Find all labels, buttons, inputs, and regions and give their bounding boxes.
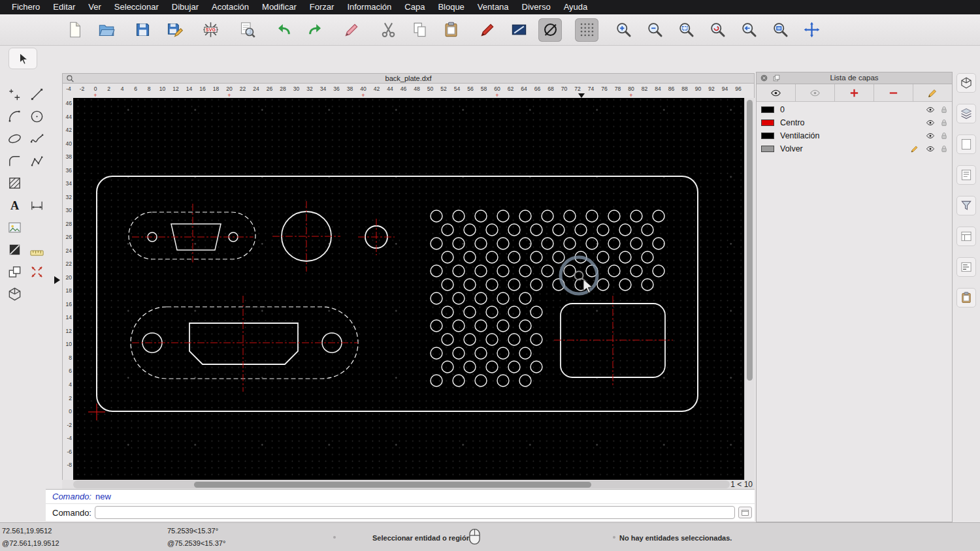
dock-filter-button[interactable] bbox=[956, 196, 976, 215]
dock-layers-button[interactable] bbox=[956, 104, 976, 123]
block-tool-button[interactable] bbox=[4, 262, 25, 281]
isometric-tool-button[interactable] bbox=[4, 285, 25, 303]
layer-row-centro[interactable]: Centro bbox=[757, 116, 952, 129]
vertical-scrollbar[interactable] bbox=[744, 98, 755, 480]
line-tool-button[interactable] bbox=[26, 85, 47, 103]
command-options-button[interactable] bbox=[738, 507, 752, 518]
vertical-scrollbar-thumb[interactable] bbox=[747, 100, 753, 381]
menu-capa[interactable]: Capa bbox=[398, 0, 431, 14]
menu-acotacion[interactable]: Acotación bbox=[205, 0, 255, 14]
menu-dibujar[interactable]: Dibujar bbox=[165, 0, 205, 14]
layer-lock-icon[interactable] bbox=[939, 118, 949, 127]
dock-command-button[interactable] bbox=[956, 257, 976, 277]
export-svg-button[interactable]: SVG bbox=[199, 18, 222, 42]
menu-informacion[interactable]: Información bbox=[340, 0, 398, 14]
ellipse-tool-button[interactable] bbox=[538, 18, 562, 42]
dock-table-button[interactable] bbox=[956, 227, 976, 246]
zoom-in-button[interactable] bbox=[612, 18, 635, 42]
ruler-grid-mark: + bbox=[361, 93, 365, 98]
h-ruler-label: 80 bbox=[628, 86, 634, 92]
command-input[interactable] bbox=[95, 506, 735, 519]
attributes-button[interactable] bbox=[476, 18, 499, 42]
horizontal-scrollbar[interactable] bbox=[73, 480, 730, 488]
measure-tool-button[interactable] bbox=[26, 240, 47, 259]
h-ruler-label: 22 bbox=[240, 86, 246, 92]
hide-all-layers-button[interactable] bbox=[796, 84, 835, 102]
line-attributes-button[interactable] bbox=[507, 18, 531, 42]
image-tool-button[interactable] bbox=[4, 218, 25, 236]
layer-lock-icon[interactable] bbox=[939, 131, 949, 140]
new-button[interactable] bbox=[63, 18, 86, 42]
point-tool-button[interactable] bbox=[4, 85, 25, 103]
fillet-tool-button[interactable] bbox=[4, 151, 25, 170]
hatch-tool-button[interactable] bbox=[4, 174, 25, 192]
layer-visibility-icon[interactable] bbox=[926, 118, 935, 127]
menu-forzar[interactable]: Forzar bbox=[303, 0, 341, 14]
edit-layer-button[interactable] bbox=[913, 84, 952, 102]
layer-row-ventilacion[interactable]: Ventilación bbox=[757, 129, 952, 142]
h-ruler-label: 76 bbox=[601, 86, 607, 92]
layer-visibility-icon[interactable] bbox=[926, 105, 935, 114]
menu-ventana[interactable]: Ventana bbox=[471, 0, 515, 14]
remove-layer-button[interactable] bbox=[874, 84, 913, 102]
zoom-redraw-button[interactable] bbox=[706, 18, 729, 42]
zoom-pan-button[interactable] bbox=[800, 18, 823, 42]
zoom-window-button[interactable] bbox=[768, 18, 792, 42]
layer-visibility-icon[interactable] bbox=[926, 144, 935, 153]
menu-seleccionar[interactable]: Seleccionar bbox=[108, 0, 165, 14]
redo-button[interactable] bbox=[303, 18, 327, 42]
menu-bloque[interactable]: Bloque bbox=[431, 0, 470, 14]
layer-visibility-icon[interactable] bbox=[926, 131, 935, 140]
polyline-tool-button[interactable] bbox=[26, 151, 47, 170]
text-tool-button[interactable]: A bbox=[4, 196, 25, 214]
zoom-auto-button[interactable] bbox=[674, 18, 698, 42]
zoomout-icon bbox=[646, 21, 664, 39]
add-layer-button[interactable] bbox=[835, 84, 874, 102]
measure-icon bbox=[29, 242, 44, 257]
undo-button[interactable] bbox=[272, 18, 295, 42]
horizontal-scrollbar-thumb[interactable] bbox=[194, 482, 591, 488]
show-all-layers-button[interactable] bbox=[757, 84, 796, 102]
menu-ayuda[interactable]: Ayuda bbox=[557, 0, 595, 14]
dock-clipboard-button[interactable] bbox=[956, 288, 976, 307]
drawing-canvas[interactable] bbox=[73, 98, 744, 480]
menu-diverso[interactable]: Diverso bbox=[515, 0, 557, 14]
blankpage-icon bbox=[960, 138, 973, 151]
zoom-previous-button[interactable] bbox=[737, 18, 760, 42]
print-preview-button[interactable] bbox=[235, 18, 259, 42]
dock-views-button[interactable] bbox=[956, 73, 976, 93]
layer-lock-icon[interactable] bbox=[939, 105, 949, 114]
copy-button[interactable] bbox=[408, 18, 431, 42]
ellipse-tool-button[interactable] bbox=[4, 129, 25, 148]
layer-lock-icon[interactable] bbox=[939, 144, 949, 153]
fill-tool-button[interactable] bbox=[4, 240, 25, 259]
zoom-out-button[interactable] bbox=[643, 18, 666, 42]
funnel-icon bbox=[960, 199, 973, 212]
circle-tool-button[interactable] bbox=[26, 107, 47, 125]
layer-row-0[interactable]: 0 bbox=[757, 103, 952, 116]
paste-button[interactable] bbox=[439, 18, 463, 42]
line-icon bbox=[29, 87, 44, 102]
selection-tool-button[interactable] bbox=[8, 48, 37, 69]
arc-tool-button[interactable] bbox=[4, 107, 25, 125]
open-button[interactable] bbox=[94, 18, 118, 42]
eye-icon bbox=[770, 87, 781, 99]
menu-modificar[interactable]: Modificar bbox=[255, 0, 303, 14]
layer-row-volver[interactable]: Volver bbox=[757, 142, 952, 155]
save-button[interactable] bbox=[131, 18, 154, 42]
grid-toggle-button[interactable] bbox=[575, 18, 598, 42]
v-ruler-label: 6 bbox=[69, 368, 72, 374]
cut-button[interactable] bbox=[376, 18, 400, 42]
save-as-button[interactable] bbox=[162, 18, 186, 42]
edit-entity-button[interactable] bbox=[340, 18, 363, 42]
explode-tool-button[interactable] bbox=[26, 262, 47, 281]
menu-fichero[interactable]: Fichero bbox=[5, 0, 46, 14]
spline-tool-button[interactable] bbox=[26, 129, 47, 148]
dimension-tool-button[interactable] bbox=[26, 196, 47, 214]
statusbar-hint: Seleccionar entidad o región bbox=[372, 534, 470, 542]
menu-ver[interactable]: Ver bbox=[82, 0, 108, 14]
v-ruler-label: -8 bbox=[67, 462, 72, 468]
menu-editar[interactable]: Editar bbox=[46, 0, 82, 14]
dock-list-button[interactable] bbox=[956, 165, 976, 185]
dock-blank-button[interactable] bbox=[956, 134, 976, 154]
